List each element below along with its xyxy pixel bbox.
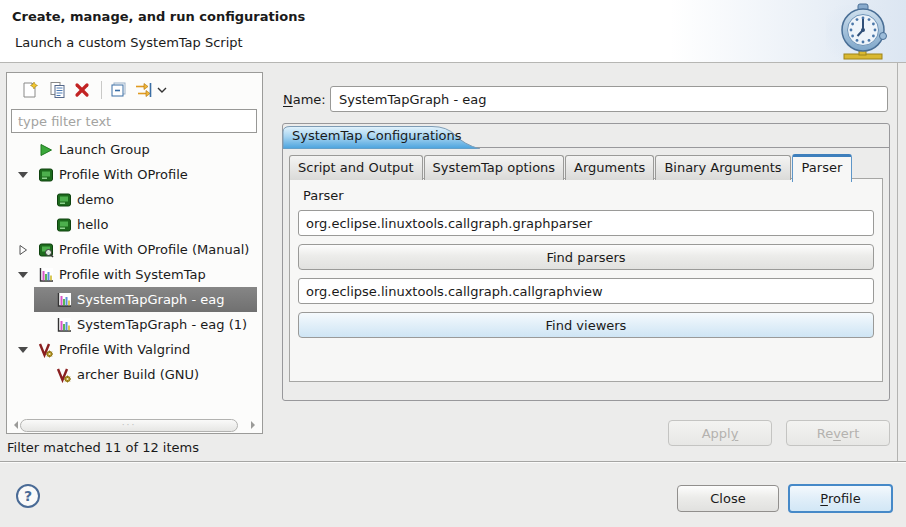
tab-parser[interactable]: Parser xyxy=(792,154,853,182)
tab-script-and-output[interactable]: Script and Output xyxy=(289,155,423,180)
systemtap-chart-icon xyxy=(56,292,72,308)
name-label: Name: xyxy=(283,92,326,107)
valgrind-icon xyxy=(56,367,72,383)
find-parsers-button[interactable]: Find parsers xyxy=(298,244,874,270)
oprofile-manual-icon xyxy=(38,242,54,258)
parser-tab-panel: Parser Find parsers Find viewers xyxy=(289,178,883,382)
configurations-sidebar: Launch Group Profile With OProfile demo … xyxy=(6,72,263,434)
scrollbar-track[interactable]: ··· xyxy=(19,419,250,432)
new-configuration-icon[interactable] xyxy=(19,79,41,101)
tab-binary-arguments[interactable]: Binary Arguments xyxy=(655,155,790,180)
launch-group-icon xyxy=(38,142,54,158)
expander-expanded-icon[interactable] xyxy=(17,344,29,356)
tree-item-systemtapgraph-eag-1[interactable]: SystemTapGraph - eag (1) xyxy=(8,312,261,337)
expander-collapsed-icon[interactable] xyxy=(17,244,29,256)
revert-button[interactable]: Revert xyxy=(786,420,890,446)
scroll-left-icon[interactable] xyxy=(10,419,19,431)
expander-expanded-icon[interactable] xyxy=(17,169,29,181)
button-bar: ? Close Profile xyxy=(0,461,906,527)
tree-item-demo[interactable]: demo xyxy=(8,187,261,212)
delete-configuration-icon[interactable] xyxy=(71,79,93,101)
tree-item-systemtapgraph-eag[interactable]: SystemTapGraph - eag xyxy=(8,287,261,312)
panel-right-edge xyxy=(897,63,898,461)
tab-systemtap-options[interactable]: SystemTap options xyxy=(424,155,565,180)
tree-item-launch-group[interactable]: Launch Group xyxy=(8,137,261,162)
tree-item-profile-with-oprofile-manual[interactable]: Profile With OProfile (Manual) xyxy=(8,237,261,262)
tree-item-profile-with-valgrind[interactable]: Profile With Valgrind xyxy=(8,337,261,362)
name-input[interactable] xyxy=(330,86,888,112)
oprofile-icon xyxy=(56,217,72,233)
parser-id-input[interactable] xyxy=(298,210,874,236)
sub-tabs: Script and Output SystemTap options Argu… xyxy=(289,154,853,180)
tree-item-profile-with-oprofile[interactable]: Profile With OProfile xyxy=(8,162,261,187)
scrollbar-thumb[interactable]: ··· xyxy=(20,419,238,432)
dialog-header: Create, manage, and run configurations L… xyxy=(0,0,906,63)
parser-section-label: Parser xyxy=(303,188,344,203)
filter-input[interactable] xyxy=(11,109,257,133)
close-button[interactable]: Close xyxy=(677,485,779,512)
tree-item-hello[interactable]: hello xyxy=(8,212,261,237)
systemtap-chart-icon xyxy=(38,267,54,283)
stopwatch-icon xyxy=(824,3,896,61)
expander-expanded-icon[interactable] xyxy=(17,269,29,281)
page-title: Create, manage, and run configurations xyxy=(12,9,305,24)
tab-arguments[interactable]: Arguments xyxy=(565,155,654,180)
toolbar-separator xyxy=(101,81,102,99)
duplicate-configuration-icon[interactable] xyxy=(47,79,69,101)
tab-folder-title: SystemTap Configurations xyxy=(292,128,462,143)
horizontal-scrollbar[interactable]: ··· xyxy=(10,418,259,432)
valgrind-icon xyxy=(38,342,54,358)
apply-button[interactable]: Apply xyxy=(668,420,772,446)
filter-status: Filter matched 11 of 12 items xyxy=(7,440,199,455)
oprofile-icon xyxy=(38,167,54,183)
configurations-tree: Launch Group Profile With OProfile demo … xyxy=(8,137,261,415)
filter-icon[interactable] xyxy=(133,79,155,101)
help-icon[interactable]: ? xyxy=(16,484,40,508)
oprofile-icon xyxy=(56,192,72,208)
page-subtitle: Launch a custom SystemTap Script xyxy=(15,35,243,50)
profile-button[interactable]: Profile xyxy=(788,484,893,513)
collapse-all-icon[interactable] xyxy=(107,79,129,101)
tree-item-archer-build-gnu[interactable]: archer Build (GNU) xyxy=(8,362,261,387)
scroll-right-icon[interactable] xyxy=(250,419,259,431)
systemtap-configurations-tab-group: SystemTap Configurations Script and Outp… xyxy=(282,123,890,401)
tab-folder-header: SystemTap Configurations xyxy=(283,124,889,148)
tree-item-profile-with-systemtap[interactable]: Profile with SystemTap xyxy=(8,262,261,287)
viewer-id-input[interactable] xyxy=(298,278,874,304)
systemtap-chart-icon xyxy=(56,317,72,333)
chevron-down-icon[interactable] xyxy=(155,79,169,101)
find-viewers-button[interactable]: Find viewers xyxy=(298,312,874,338)
